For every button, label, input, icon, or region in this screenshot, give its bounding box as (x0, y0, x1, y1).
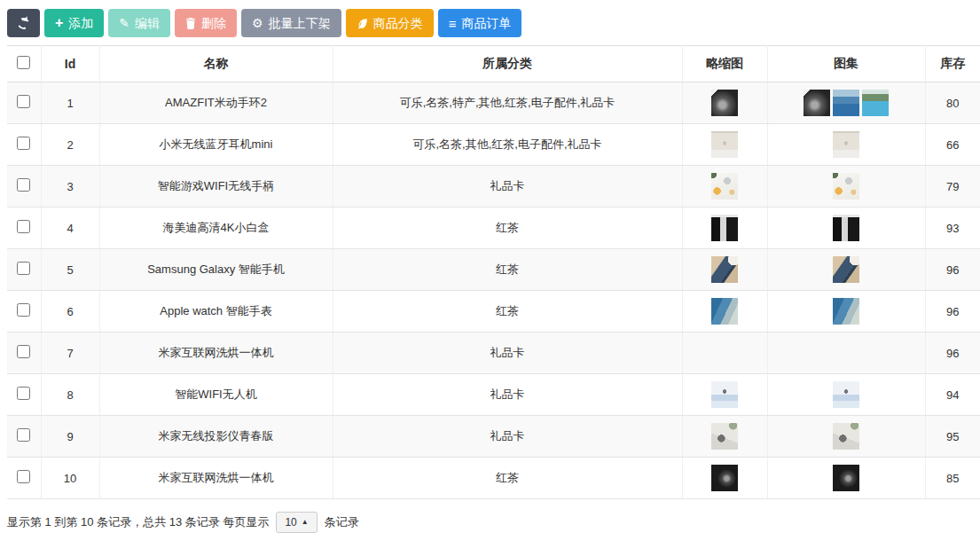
cell-id: 10 (41, 458, 99, 499)
cell-category: 红茶 (333, 249, 682, 291)
cell-stock: 95 (925, 416, 980, 458)
cell-stock: 96 (925, 291, 980, 333)
cell-stock: 94 (925, 374, 980, 416)
delete-button[interactable]: 删除 (175, 9, 237, 37)
cell-id: 4 (41, 208, 99, 249)
table-row[interactable]: 3 智能游戏WIFI无线手柄 礼品卡 79 (7, 166, 980, 208)
gallery-image[interactable] (833, 131, 859, 158)
cell-id: 7 (41, 333, 99, 374)
row-checkbox[interactable] (17, 428, 30, 442)
gallery-image[interactable] (804, 90, 830, 116)
edit-button[interactable]: ✎ 编辑 (108, 9, 170, 37)
page-size-select[interactable]: 10 ▲ (276, 512, 317, 533)
pencil-icon: ✎ (119, 17, 129, 29)
table-row[interactable]: 4 海美迪高清4K小白盒 红茶 93 (7, 208, 980, 249)
gear-icon: ⚙ (252, 17, 263, 29)
column-header-stock: 库存 (925, 46, 980, 82)
delete-button-label: 删除 (201, 14, 226, 32)
trash-icon (185, 18, 196, 29)
row-checkbox[interactable] (17, 470, 30, 483)
row-checkbox[interactable] (17, 303, 30, 317)
gallery-image[interactable] (833, 298, 859, 325)
table-row[interactable]: 7 米家互联网洗烘一体机 礼品卡 96 (7, 333, 980, 374)
thumbnail-image[interactable] (711, 90, 738, 116)
table-row[interactable]: 8 智能WIFI无人机 礼品卡 94 (7, 374, 980, 416)
cell-stock: 93 (925, 208, 980, 249)
add-button[interactable]: + 添加 (44, 9, 104, 37)
product-orders-button[interactable]: ≡ 商品订单 (438, 9, 522, 37)
row-checkbox[interactable] (17, 345, 30, 358)
leaf-icon (357, 18, 368, 29)
row-checkbox[interactable] (17, 178, 30, 192)
cell-name: Apple watch 智能手表 (99, 291, 333, 333)
cell-category: 红茶 (333, 458, 682, 499)
gallery-image[interactable] (833, 90, 859, 116)
row-checkbox[interactable] (17, 95, 30, 108)
gallery-image[interactable] (833, 423, 859, 450)
cell-name: 米家互联网洗烘一体机 (99, 458, 333, 499)
refresh-icon (18, 18, 29, 29)
table-row[interactable]: 6 Apple watch 智能手表 红茶 96 (7, 291, 980, 333)
page-size-value: 10 (285, 516, 296, 529)
select-all-checkbox[interactable] (17, 56, 30, 69)
cell-id: 6 (41, 291, 99, 333)
batch-updown-label: 批量上下架 (269, 14, 331, 32)
product-category-button[interactable]: 商品分类 (346, 9, 434, 37)
gallery-image[interactable] (833, 381, 859, 408)
cell-category: 礼品卡 (333, 416, 682, 458)
gallery-image[interactable] (862, 90, 889, 116)
list-icon: ≡ (449, 17, 457, 30)
cell-name: 米家无线投影仪青春版 (99, 416, 333, 458)
column-header-name: 名称 (99, 46, 333, 82)
product-orders-label: 商品订单 (461, 14, 511, 32)
product-table: Id 名称 所属分类 略缩图 图集 库存 1 AMAZFIT米动手环2 可乐,名… (7, 45, 980, 499)
cell-name: 米家互联网洗烘一体机 (99, 333, 333, 374)
table-row[interactable]: 2 小米无线蓝牙耳机mini 可乐,名茶,其他,红茶,电子配件,礼品卡 66 (7, 124, 980, 166)
column-header-category: 所属分类 (333, 46, 682, 82)
gallery-image[interactable] (833, 173, 859, 200)
cell-name: 智能游戏WIFI无线手柄 (99, 166, 333, 208)
batch-updown-button[interactable]: ⚙ 批量上下架 (241, 9, 341, 37)
thumbnail-image[interactable] (711, 381, 738, 408)
cell-category: 礼品卡 (333, 374, 682, 416)
thumbnail-image[interactable] (711, 298, 738, 325)
refresh-button[interactable] (7, 9, 40, 37)
pagination-bar: 显示第 1 到第 10 条记录，总共 13 条记录 每页显示 10 ▲ 条记录 (7, 512, 980, 533)
cell-category: 可乐,名茶,其他,红茶,电子配件,礼品卡 (333, 124, 682, 166)
add-button-label: 添加 (68, 14, 93, 32)
cell-stock: 96 (925, 333, 980, 374)
gallery-image[interactable] (833, 465, 859, 491)
row-checkbox[interactable] (17, 220, 30, 233)
cell-stock: 96 (925, 249, 980, 291)
cell-name: 海美迪高清4K小白盒 (99, 208, 333, 249)
thumbnail-image[interactable] (711, 173, 738, 200)
cell-category: 礼品卡 (333, 333, 682, 374)
row-checkbox[interactable] (17, 387, 30, 400)
cell-category: 可乐,名茶,特产,其他,红茶,电子配件,礼品卡 (333, 82, 682, 124)
thumbnail-image[interactable] (711, 465, 738, 491)
cell-thumbnail-empty (682, 333, 767, 374)
table-row[interactable]: 9 米家无线投影仪青春版 礼品卡 95 (7, 416, 980, 458)
edit-button-label: 编辑 (135, 14, 160, 32)
gallery-image[interactable] (833, 215, 859, 241)
product-management-page: + 添加 ✎ 编辑 删除 ⚙ 批量上下架 商品分类 ≡ 商品订单 (0, 0, 980, 533)
table-row[interactable]: 10 米家互联网洗烘一体机 红茶 85 (7, 458, 980, 499)
gallery-image[interactable] (833, 256, 859, 283)
table-row[interactable]: 5 Samsung Galaxy 智能手机 红茶 96 (7, 249, 980, 291)
table-row[interactable]: 1 AMAZFIT米动手环2 可乐,名茶,特产,其他,红茶,电子配件,礼品卡 8… (7, 82, 980, 124)
cell-stock: 79 (925, 166, 980, 208)
cell-gallery-empty (767, 333, 925, 374)
thumbnail-image[interactable] (711, 256, 738, 283)
thumbnail-image[interactable] (711, 423, 738, 450)
cell-id: 1 (41, 82, 99, 124)
cell-category: 礼品卡 (333, 166, 682, 208)
cell-id: 9 (41, 416, 99, 458)
row-checkbox[interactable] (17, 137, 30, 150)
row-checkbox[interactable] (17, 262, 30, 275)
thumbnail-image[interactable] (711, 131, 738, 158)
thumbnail-image[interactable] (711, 215, 738, 241)
cell-stock: 85 (925, 458, 980, 499)
cell-category: 红茶 (333, 208, 682, 249)
cell-stock: 66 (925, 124, 980, 166)
toolbar: + 添加 ✎ 编辑 删除 ⚙ 批量上下架 商品分类 ≡ 商品订单 (7, 9, 980, 37)
